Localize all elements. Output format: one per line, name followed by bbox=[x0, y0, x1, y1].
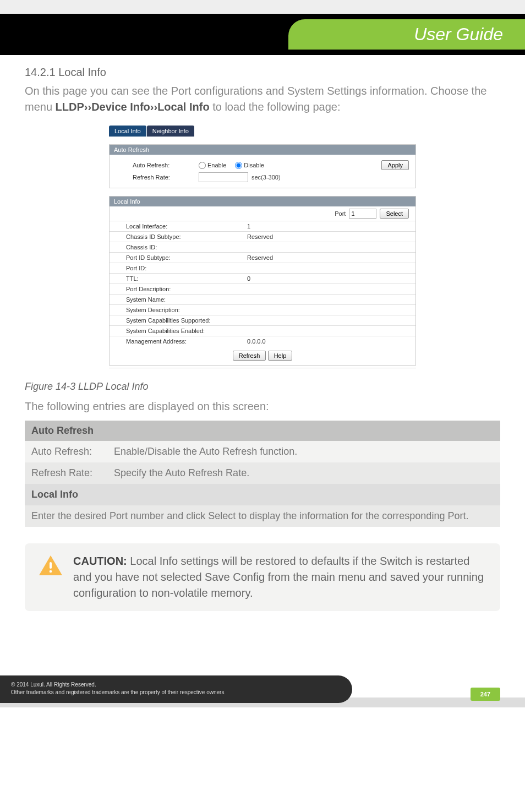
warning-icon bbox=[38, 554, 63, 576]
row-value: 0 bbox=[231, 274, 415, 284]
port-label: Port bbox=[335, 210, 346, 217]
copyright-line: © 2014 Luxul. All Rights Reserved. bbox=[11, 681, 341, 689]
trademark-line: Other trademarks and registered trademar… bbox=[11, 689, 341, 696]
port-input[interactable] bbox=[349, 209, 376, 219]
enable-radio-item[interactable]: Enable bbox=[199, 162, 226, 169]
local-info-table: Local Interface:1 Chassis ID Subtype:Res… bbox=[110, 221, 415, 346]
table-row: TTL:0 bbox=[110, 274, 415, 284]
row-value bbox=[231, 315, 415, 326]
auto-refresh-titlebar: Auto Refresh bbox=[110, 145, 415, 155]
entry-desc: Specify the Auto Refresh Rate. bbox=[107, 462, 500, 484]
local-info-titlebar: Local Info bbox=[110, 197, 415, 206]
row-label: TTL: bbox=[110, 274, 231, 284]
row-value bbox=[231, 284, 415, 295]
table-row: Port ID: bbox=[110, 263, 415, 274]
table-row: Port ID Subtype:Reserved bbox=[110, 253, 415, 263]
row-label: Local Interface: bbox=[110, 221, 231, 232]
tab-local-info[interactable]: Local Info bbox=[109, 126, 146, 137]
row-value bbox=[231, 295, 415, 305]
footer-dark-pill: © 2014 Luxul. All Rights Reserved. Other… bbox=[0, 675, 352, 703]
svg-rect-0 bbox=[50, 562, 52, 569]
intro-post: to load the following page: bbox=[210, 101, 341, 113]
table-row: System Capabilities Supported: bbox=[110, 315, 415, 326]
entry-label: Auto Refresh: bbox=[25, 441, 107, 462]
tabs: Local Info Neighbor Info bbox=[109, 126, 416, 137]
row-value: Reserved bbox=[231, 232, 415, 242]
entry-desc: Enter the desired Port number and click … bbox=[25, 505, 500, 527]
tab-neighbor-info[interactable]: Neighbor Info bbox=[147, 126, 194, 137]
page-number: 247 bbox=[471, 688, 500, 701]
footer: © 2014 Luxul. All Rights Reserved. Other… bbox=[0, 677, 525, 707]
row-value bbox=[231, 305, 415, 315]
row-label: Port ID Subtype: bbox=[110, 253, 231, 263]
refresh-button[interactable]: Refresh bbox=[233, 351, 266, 361]
table-row: Chassis ID Subtype:Reserved bbox=[110, 232, 415, 242]
enable-label: Enable bbox=[207, 162, 226, 168]
entry-label: Refresh Rate: bbox=[25, 462, 107, 484]
section-header: Local Info bbox=[25, 484, 500, 505]
divider bbox=[109, 368, 416, 368]
figure-caption: Figure 14-3 LLDP Local Info bbox=[25, 381, 500, 393]
row-value bbox=[231, 263, 415, 274]
top-gray-band bbox=[0, 0, 525, 14]
select-button[interactable]: Select bbox=[380, 209, 409, 219]
row-label: Port ID: bbox=[110, 263, 231, 274]
disable-radio[interactable] bbox=[235, 162, 242, 169]
table-row: Chassis ID: bbox=[110, 242, 415, 253]
row-label: System Capabilities Enabled: bbox=[110, 326, 231, 336]
row-label: Chassis ID Subtype: bbox=[110, 232, 231, 242]
table-row: Refresh Rate: Specify the Auto Refresh R… bbox=[25, 462, 500, 484]
row-label: System Name: bbox=[110, 295, 231, 305]
table-row: Local Interface:1 bbox=[110, 221, 415, 232]
table-row: System Name: bbox=[110, 295, 415, 305]
header-bar: User Guide bbox=[0, 14, 525, 55]
table-row: Port Description: bbox=[110, 284, 415, 295]
caution-label: CAUTION: bbox=[73, 555, 127, 567]
caution-body: Local Info settings will be restored to … bbox=[73, 555, 484, 599]
row-value bbox=[231, 242, 415, 253]
table-row: Enter the desired Port number and click … bbox=[25, 505, 500, 527]
section-header: Auto Refresh bbox=[25, 421, 500, 441]
intro-paragraph: On this page you can see the Port config… bbox=[25, 83, 500, 115]
refresh-rate-input[interactable] bbox=[199, 172, 248, 182]
auto-refresh-label: Auto Refresh: bbox=[133, 162, 199, 168]
row-label: Chassis ID: bbox=[110, 242, 231, 253]
table-row: Auto Refresh: Enable/Disable the Auto Re… bbox=[25, 441, 500, 462]
row-value: 0.0.0.0 bbox=[231, 336, 415, 347]
svg-point-1 bbox=[50, 570, 52, 573]
table-row: Local Info bbox=[25, 484, 500, 505]
caution-text: CAUTION: Local Info settings will be res… bbox=[73, 553, 487, 601]
row-label: System Capabilities Supported: bbox=[110, 315, 231, 326]
row-value bbox=[231, 326, 415, 336]
refresh-rate-label: Refresh Rate: bbox=[133, 174, 199, 181]
header-title: User Guide bbox=[414, 24, 503, 45]
enable-radio[interactable] bbox=[199, 162, 206, 169]
local-info-panel: Local Info Port Select Local Interface:1… bbox=[109, 196, 416, 366]
section-heading: 14.2.1 Local Info bbox=[25, 66, 500, 79]
table-row: System Description: bbox=[110, 305, 415, 315]
row-label: Management Address: bbox=[110, 336, 231, 347]
caution-box: CAUTION: Local Info settings will be res… bbox=[25, 543, 500, 611]
lead-text: The following entries are displayed on t… bbox=[25, 400, 500, 413]
disable-radio-item[interactable]: Disable bbox=[235, 162, 264, 169]
entry-desc: Enable/Disable the Auto Refresh function… bbox=[107, 441, 500, 462]
row-label: Port Description: bbox=[110, 284, 231, 295]
refresh-rate-suffix: sec(3-300) bbox=[251, 174, 281, 181]
entries-table: Auto Refresh Auto Refresh: Enable/Disabl… bbox=[25, 421, 500, 527]
intro-bold: LLDP››Device Info››Local Info bbox=[56, 101, 210, 113]
auto-refresh-panel: Auto Refresh Auto Refresh: Enable Disabl… bbox=[109, 144, 416, 188]
help-button[interactable]: Help bbox=[268, 351, 293, 361]
embedded-screenshot: Local Info Neighbor Info Auto Refresh Au… bbox=[108, 125, 417, 369]
table-row: Management Address:0.0.0.0 bbox=[110, 336, 415, 347]
user-guide-pill: User Guide bbox=[288, 19, 525, 50]
disable-label: Disable bbox=[244, 162, 264, 168]
table-row: System Capabilities Enabled: bbox=[110, 326, 415, 336]
row-value: 1 bbox=[231, 221, 415, 232]
row-label: System Description: bbox=[110, 305, 231, 315]
row-value: Reserved bbox=[231, 253, 415, 263]
apply-button[interactable]: Apply bbox=[381, 160, 409, 170]
